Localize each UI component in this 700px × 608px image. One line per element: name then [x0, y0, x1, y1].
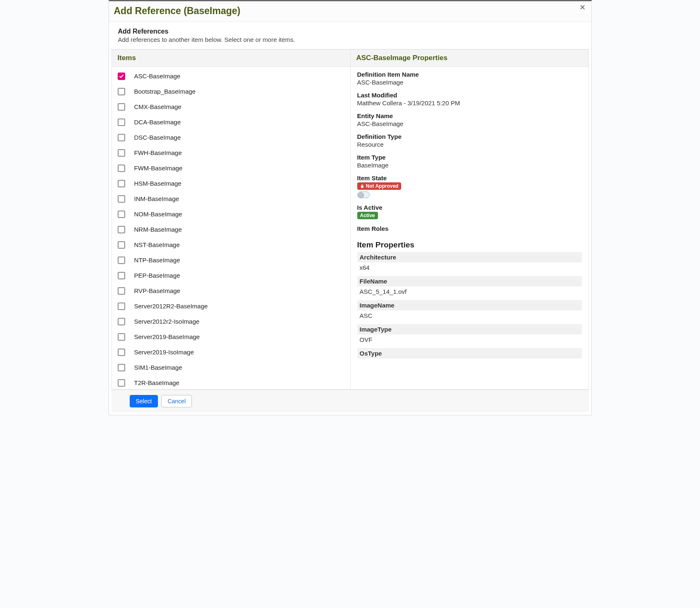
- modal-footer: Select Cancel: [111, 390, 589, 412]
- property-key: FileName: [357, 276, 582, 286]
- checkbox[interactable]: [118, 88, 125, 95]
- list-item[interactable]: Server2012r2-IsoImage: [114, 314, 349, 329]
- checkbox[interactable]: [118, 226, 125, 233]
- modal-body: Items ASC-BaseImageBootstrap_BaseImageCM…: [111, 49, 589, 390]
- properties-panel: ASC-BaseImage Properties Definition Item…: [350, 50, 589, 389]
- checkbox[interactable]: [118, 379, 125, 387]
- list-item[interactable]: Server2019-IsoImage: [114, 344, 349, 360]
- checkbox[interactable]: [118, 103, 125, 111]
- checkbox[interactable]: [118, 165, 125, 172]
- definition-item-name-value: ASC-BaseImage: [357, 79, 582, 86]
- is-active-badge-text: Active: [360, 212, 375, 219]
- list-item-label: Server2012R2-BaseImage: [133, 303, 208, 310]
- cancel-button[interactable]: Cancel: [161, 395, 192, 407]
- list-item[interactable]: HSM-BaseImage: [114, 176, 349, 191]
- checkbox[interactable]: [118, 73, 125, 80]
- list-item-label: FWH-BaseImage: [133, 149, 182, 156]
- list-item[interactable]: DSC-BaseImage: [114, 130, 349, 145]
- list-item-label: SIM1-BaseImage: [133, 364, 182, 371]
- subheader-title: Add References: [118, 28, 584, 35]
- list-item-label: INM-BaseImage: [133, 195, 179, 202]
- checkbox[interactable]: [118, 349, 125, 356]
- list-item-label: Server2012r2-IsoImage: [133, 318, 200, 325]
- list-item[interactable]: PEP-BaseImage: [114, 268, 349, 283]
- property-value: [357, 359, 582, 365]
- list-item[interactable]: CMX-BaseImage: [114, 99, 349, 114]
- checkbox[interactable]: [118, 333, 125, 341]
- item-properties-header: Item Properties: [357, 240, 582, 249]
- list-item[interactable]: NTP-BaseImage: [114, 252, 349, 268]
- checkbox[interactable]: [118, 149, 125, 157]
- item-roles-label: Item Roles: [357, 225, 582, 232]
- entity-name-label: Entity Name: [357, 112, 582, 119]
- checkbox[interactable]: [118, 180, 125, 187]
- entity-name-value: ASC-BaseImage: [357, 120, 582, 127]
- checkbox[interactable]: [118, 257, 125, 264]
- checkbox[interactable]: [118, 195, 125, 203]
- property-key: ImageName: [357, 300, 582, 310]
- list-item-label: T2R-BaseImage: [133, 379, 179, 386]
- items-list[interactable]: ASC-BaseImageBootstrap_BaseImageCMX-Base…: [112, 67, 350, 389]
- list-item[interactable]: Server2012R2-BaseImage: [114, 298, 349, 314]
- item-state-toggle[interactable]: [357, 191, 370, 198]
- list-item-label: ASC-BaseImage: [133, 73, 181, 80]
- list-item[interactable]: DCA-BaseImage: [114, 114, 349, 130]
- list-item-label: RVP-BaseImage: [133, 287, 180, 294]
- checkbox[interactable]: [118, 318, 125, 325]
- subheader-desc: Add references to another item below. Se…: [118, 36, 584, 43]
- definition-type-value: Resource: [357, 141, 582, 148]
- list-item-label: CMX-BaseImage: [133, 103, 182, 110]
- list-item-label: PEP-BaseImage: [133, 272, 180, 279]
- list-item-label: NOM-BaseImage: [133, 211, 182, 218]
- list-item-label: HSM-BaseImage: [133, 180, 182, 187]
- property-value: x64: [357, 262, 582, 276]
- lock-icon: [360, 184, 364, 188]
- last-modified-label: Last Modified: [357, 92, 582, 99]
- list-item[interactable]: FWM-BaseImage: [114, 160, 349, 176]
- definition-item-name-label: Definition Item Name: [357, 71, 582, 78]
- list-item[interactable]: NRM-BaseImage: [114, 222, 349, 237]
- property-key: OsType: [357, 348, 582, 359]
- items-panel-title: Items: [112, 50, 350, 67]
- checkbox[interactable]: [118, 303, 125, 310]
- list-item[interactable]: Server2019-BaseImage: [114, 329, 349, 344]
- list-item-label: Bootstrap_BaseImage: [133, 88, 196, 95]
- add-reference-modal: ✕ Add Reference (BaseImage) Add Referenc…: [109, 0, 592, 415]
- is-active-badge: Active: [357, 212, 378, 219]
- checkbox[interactable]: [118, 287, 125, 295]
- property-value: OVF: [357, 334, 582, 348]
- item-properties-table: Architecturex64FileNameASC_5_14_1.ovfIma…: [357, 252, 582, 365]
- checkbox[interactable]: [118, 134, 125, 141]
- modal-header: Add Reference (BaseImage): [109, 1, 591, 22]
- list-item[interactable]: T2R-BaseImage: [114, 375, 349, 389]
- last-modified-value: Matthew Collera - 3/19/2021 5:20 PM: [357, 99, 582, 107]
- list-item[interactable]: ASC-BaseImage: [114, 68, 349, 84]
- list-item[interactable]: FWH-BaseImage: [114, 145, 349, 160]
- close-icon[interactable]: ✕: [577, 3, 588, 12]
- item-type-value: BaseImage: [357, 162, 582, 169]
- checkbox[interactable]: [118, 119, 125, 126]
- property-value: ASC: [357, 310, 582, 324]
- list-item[interactable]: NST-BaseImage: [114, 237, 349, 252]
- list-item-label: DCA-BaseImage: [133, 119, 181, 126]
- property-key: Architecture: [357, 252, 582, 262]
- checkbox[interactable]: [118, 211, 125, 218]
- checkbox[interactable]: [118, 272, 125, 279]
- properties-scroll[interactable]: Definition Item Name ASC-BaseImage Last …: [351, 67, 589, 389]
- definition-type-label: Definition Type: [357, 133, 582, 140]
- checkbox[interactable]: [118, 364, 125, 371]
- is-active-label: Is Active: [357, 204, 582, 211]
- item-state-label: Item State: [357, 174, 582, 182]
- select-button[interactable]: Select: [130, 395, 158, 407]
- list-item[interactable]: Bootstrap_BaseImage: [114, 84, 349, 99]
- item-state-badge-text: Not Approved: [366, 183, 399, 189]
- list-item[interactable]: NOM-BaseImage: [114, 206, 349, 222]
- items-panel: Items ASC-BaseImageBootstrap_BaseImageCM…: [112, 50, 350, 389]
- list-item-label: Server2019-IsoImage: [133, 349, 194, 356]
- properties-panel-title: ASC-BaseImage Properties: [351, 50, 589, 67]
- checkbox[interactable]: [118, 241, 125, 249]
- list-item-label: NRM-BaseImage: [133, 226, 182, 233]
- list-item[interactable]: RVP-BaseImage: [114, 283, 349, 298]
- list-item[interactable]: INM-BaseImage: [114, 191, 349, 206]
- list-item[interactable]: SIM1-BaseImage: [114, 360, 349, 375]
